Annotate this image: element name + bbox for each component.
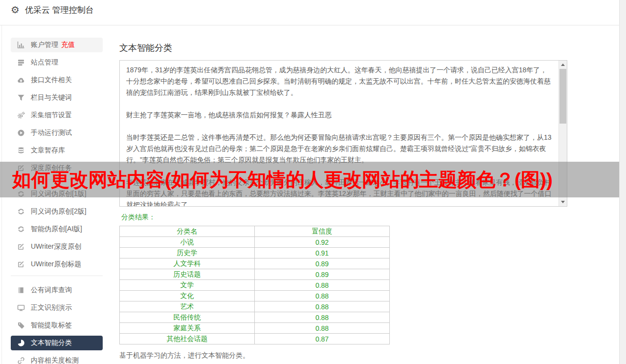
filter-icon: [17, 94, 25, 102]
database-icon: [17, 147, 25, 154]
sidebar-item-label: 栏目与关键词: [31, 93, 72, 102]
scroll-down-icon[interactable]: [559, 198, 567, 206]
site-list-icon: [17, 59, 25, 66]
app-header: ⚙ 优采云 管理控制台: [0, 0, 626, 25]
sidebar-item[interactable]: 内容相关度检测: [11, 353, 103, 364]
table-cell: 家庭关系: [120, 323, 255, 334]
app-title: 优采云 管理控制台: [25, 4, 94, 16]
watermark-text: 如何更改网站内容(如何为不知情的人更改网站的主题颜色？(图)): [12, 167, 553, 193]
bar-chart-icon: [17, 41, 25, 49]
table-cell: 0.88: [255, 301, 390, 312]
results-label: 分类结果：: [121, 213, 626, 222]
table-cell: 0.91: [255, 248, 390, 258]
table-row: 文化0.88: [120, 291, 390, 301]
table-cell: 0.87: [255, 334, 390, 344]
sidebar-item[interactable]: 手动运行测试: [11, 126, 103, 140]
table-cell: 0.88: [255, 280, 390, 291]
footer-note: 基于机器学习的方法，进行文本智能分类。: [119, 351, 626, 360]
cloud-upload-icon: [17, 76, 25, 84]
table-row: 其他社会话题0.87: [120, 334, 390, 344]
play-icon: [17, 129, 25, 137]
table-row: 民俗传统0.88: [120, 312, 390, 323]
sidebar-item[interactable]: UWriter原创标题: [11, 257, 103, 272]
sidebar-item[interactable]: 账户管理充值: [11, 38, 103, 52]
table-row: 艺术0.88: [120, 301, 390, 312]
sidebar-item-label: 账户管理: [31, 41, 58, 49]
table-cell: 小说: [120, 237, 255, 248]
sidebar-item-label: 采集细节设置: [31, 111, 72, 120]
table-head: 分类名置信度: [120, 226, 390, 237]
sidebar-item[interactable]: 智能提取标签: [11, 318, 103, 333]
table-body: 小说0.92历史学0.91人文学科0.89历史话题0.89文学0.88文化0.8…: [120, 237, 390, 344]
table-row: 历史话题0.89: [120, 269, 390, 280]
table-cell: 0.89: [255, 258, 390, 269]
table-cell: 艺术: [120, 301, 255, 312]
page-scrollbar[interactable]: [619, 0, 626, 364]
document-paragraph: 1879年，31岁的李莲英出任储秀宫四品花翎总管，成为慈禧身边的大红人。这年春天…: [126, 64, 552, 98]
sidebar-item-label: 内容相关度检测: [31, 356, 79, 364]
scrollbar-thumb[interactable]: [559, 69, 566, 124]
sidebar-divider: [11, 276, 103, 276]
table-cell: 人文学科: [120, 258, 255, 269]
table-cell: 民俗传统: [120, 312, 255, 323]
sidebar-item-label: UWriter原创标题: [31, 260, 81, 269]
refresh-icon: [17, 225, 25, 233]
table-header-cell: 置信度: [255, 226, 390, 237]
refresh-icon: [17, 208, 25, 215]
table-cell: 0.88: [255, 291, 390, 301]
sidebar-item-label: 同义词伪原创[2版]: [31, 207, 87, 216]
sidebar-item[interactable]: 正文识别演示: [11, 300, 103, 315]
table-row: 文学0.88: [120, 280, 390, 291]
table-row: 历史学0.91: [120, 248, 390, 258]
sidebar-item[interactable]: 栏目与关键词: [11, 90, 103, 105]
table-header-row: 分类名置信度: [120, 226, 390, 237]
table-cell: 文化: [120, 291, 255, 301]
table-cell: 0.92: [255, 237, 390, 248]
tag-icon: [17, 321, 25, 329]
table-cell: 0.88: [255, 312, 390, 323]
sidebar-item-label: 智能伪原创[AI版]: [31, 225, 82, 234]
table-cell: 历史学: [120, 248, 255, 258]
classification-table: 分类名置信度 小说0.92历史学0.91人文学科0.89历史话题0.89文学0.…: [119, 226, 390, 344]
sidebar-item-label: 正文识别演示: [31, 303, 72, 312]
table-cell: 0.89: [255, 269, 390, 280]
document-paragraph: 当时李莲英还是二总管，这件事他再清楚不过。那么他为何还要冒险向慈禧请求出宫呢？主…: [126, 132, 552, 166]
table-row: 家庭关系0.88: [120, 323, 390, 334]
table-cell: 历史话题: [120, 269, 255, 280]
sidebar-item[interactable]: UWriter深度原创: [11, 239, 103, 254]
table-cell: 0.88: [255, 323, 390, 334]
document-paragraph: 财主抢了李莲英家一亩地，他成慈禧亲信后如何报复？暴露人性丑恶: [126, 109, 552, 121]
edit-icon: [17, 260, 25, 268]
sidebar-item[interactable]: 采集细节设置: [11, 108, 103, 123]
page-title: 文本智能分类: [119, 42, 626, 54]
sidebar-item[interactable]: 站点管理: [11, 55, 103, 70]
sidebar-item[interactable]: 智能伪原创[AI版]: [11, 222, 103, 236]
sidebar-item-label: 接口文件相关: [31, 76, 72, 85]
recharge-badge[interactable]: 充值: [61, 41, 75, 49]
table-cell: 其他社会话题: [120, 334, 255, 344]
edit-icon: [17, 243, 25, 251]
sidebar-item-label: 站点管理: [31, 58, 58, 67]
gears-icon: [17, 111, 25, 119]
sidebar-item-label: 手动运行测试: [31, 128, 72, 137]
sidebar-item[interactable]: 文本智能分类: [11, 336, 103, 350]
table-row: 人文学科0.89: [120, 258, 390, 269]
sidebar-item[interactable]: 公有词库查询: [11, 283, 103, 298]
sidebar-item-label: UWriter深度原创: [31, 242, 81, 251]
scroll-up-icon[interactable]: [559, 61, 567, 69]
watermark-overlay: 如何更改网站内容(如何为不知情的人更改网站的主题颜色？(图)): [0, 162, 619, 197]
gear-icon: ⚙: [11, 5, 20, 15]
sidebar-item[interactable]: 接口文件相关: [11, 73, 103, 87]
link-icon: [17, 357, 25, 364]
pie-chart-icon: [17, 339, 25, 347]
table-row: 小说0.92: [120, 237, 390, 248]
book-icon: [17, 286, 25, 294]
monitor-icon: [17, 304, 25, 312]
sidebar-item[interactable]: 同义词伪原创[2版]: [11, 204, 103, 219]
sidebar-item-label: 智能提取标签: [31, 321, 72, 330]
sidebar-item-label: 文本智能分类: [31, 339, 72, 347]
table-header-cell: 分类名: [120, 226, 255, 237]
sidebar-item[interactable]: 文章暂存库: [11, 143, 103, 158]
sidebar-item-label: 文章暂存库: [31, 146, 65, 155]
sidebar-item-label: 公有词库查询: [31, 286, 72, 295]
